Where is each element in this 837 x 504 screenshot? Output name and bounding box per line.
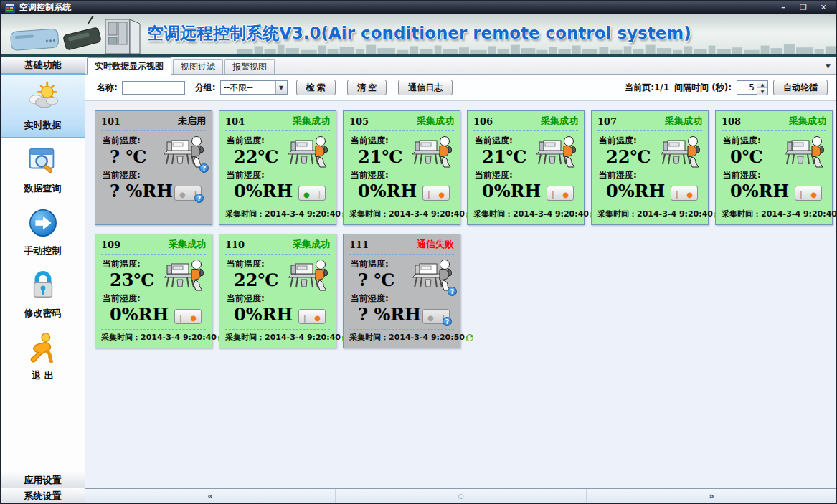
switch-state-left (179, 186, 186, 200)
sidebar-item-label: 手动控制 (24, 244, 62, 257)
ac-collector-icon: ? (163, 259, 206, 293)
power-switch-icon[interactable]: ? (298, 309, 326, 324)
switch-state-left (427, 310, 434, 323)
sidebar-item-app-settings[interactable]: 应用设置 (1, 472, 85, 488)
search-window-icon (27, 144, 60, 180)
sidebar-item-system-settings[interactable]: 系统设置 (1, 488, 85, 503)
card-footer: 采集时间： 2014-3-4 9:20:40 (225, 329, 330, 345)
pager-last-icon[interactable]: » (587, 489, 836, 503)
divider (722, 130, 826, 131)
collect-time-label: 采集时间： (597, 209, 637, 219)
toolbar: 名称: 分组: --不限-- ▼ 检 索 清 空 通信日志 当前页:1/1 间隔… (85, 75, 836, 101)
question-badge-icon: ? (194, 194, 204, 203)
device-id: 106 (473, 116, 493, 127)
ac-collector-icon: ? (411, 259, 454, 293)
ac-collector-icon: ? (535, 135, 578, 170)
pager-first-icon[interactable]: « (85, 489, 336, 503)
tab-overflow-arrow-icon[interactable]: ▼ (826, 62, 831, 70)
pager-middle-icon[interactable]: ○ (336, 489, 586, 503)
card-body: 当前温度: 23℃ 当前湿度: 0%RH (101, 256, 206, 329)
search-button[interactable]: 检 索 (296, 80, 336, 95)
power-switch-icon[interactable]: ? (422, 186, 450, 201)
question-badge-icon: ? (443, 317, 452, 326)
interval-label: 间隔时间 (秒): (674, 82, 732, 94)
main-area: 实时数据显示视图 视图过滤 报警视图 ▼ 名称: 分组: --不限-- ▼ 检 … (85, 57, 836, 503)
close-icon[interactable]: ✕ (815, 1, 832, 14)
device-card[interactable]: 107 采集成功 当前温度: 22℃ 当前湿度: 0%RH (591, 110, 709, 225)
device-card[interactable]: 104 采集成功 当前温度: 22℃ 当前湿度: 0%RH (219, 110, 336, 225)
interval-input[interactable] (737, 81, 757, 94)
sidebar-item-label: 实时数据 (24, 119, 62, 132)
device-card[interactable]: 105 采集成功 当前温度: 21℃ 当前湿度: 0%RH (343, 110, 460, 225)
device-card[interactable]: 108 采集成功 当前温度: 0℃ 当前湿度: 0%RH (715, 110, 833, 225)
hardware-devices-image (5, 16, 141, 57)
running-man-icon (27, 331, 60, 367)
interval-spinner[interactable]: ▲ ▼ (737, 80, 768, 95)
minimize-icon[interactable]: – (775, 1, 792, 14)
auto-cycle-button[interactable]: 自动轮循 (773, 80, 828, 95)
ac-collector-icon: ? (287, 135, 330, 170)
card-footer: 采集时间： 2014-3-4 9:20:40 (597, 206, 702, 222)
collect-time-value: 2014-3-4 9:20:40 (265, 333, 341, 342)
collect-time-value: 2014-3-4 9:20:40 (637, 209, 713, 219)
device-status: 采集成功 (541, 115, 578, 128)
tab-realtime-view[interactable]: 实时数据显示视图 (87, 57, 171, 75)
power-switch-icon[interactable]: ? (298, 186, 326, 201)
divider (349, 130, 454, 131)
card-footer: 采集时间： 2014-3-4 9:20:40 (473, 206, 578, 222)
sidebar-item-data-query[interactable]: 数据查询 (1, 138, 85, 200)
device-status: 采集成功 (293, 238, 330, 251)
tab-alarm-view[interactable]: 报警视图 (224, 59, 275, 74)
sidebar: 基础功能 实时数据 (1, 57, 85, 503)
divider (349, 254, 454, 255)
card-body: 当前温度: 21℃ 当前湿度: 0%RH (349, 133, 454, 206)
sidebar-header: 基础功能 (1, 57, 85, 74)
device-status: 采集成功 (169, 238, 206, 251)
switch-state-right (562, 186, 569, 200)
tab-view-filter[interactable]: 视图过滤 (173, 59, 223, 74)
power-switch-icon[interactable]: ? (547, 186, 574, 201)
sidebar-item-manual-control[interactable]: 手动控制 (1, 200, 85, 262)
collect-time-value: 2014-3-4 9:20:50 (389, 333, 465, 342)
spinner-up-icon[interactable]: ▲ (757, 81, 767, 88)
card-footer: 采集时间： 2014-3-4 9:20:50 (349, 329, 454, 345)
group-select[interactable]: --不限-- ▼ (220, 80, 288, 95)
group-label: 分组: (195, 82, 216, 94)
device-card[interactable]: 110 采集成功 当前温度: 22℃ 当前湿度: 0%RH (219, 234, 336, 348)
divider (597, 130, 702, 131)
power-switch-icon[interactable]: ? (795, 186, 822, 201)
clear-button[interactable]: 清 空 (347, 80, 387, 95)
window-title: 空调控制系统 (19, 1, 71, 14)
power-switch-icon[interactable]: ? (174, 186, 202, 201)
device-card[interactable]: 109 采集成功 当前温度: 23℃ 当前湿度: 0%RH (95, 234, 212, 348)
switch-state-left (303, 186, 310, 200)
refresh-icon[interactable] (465, 333, 475, 343)
power-switch-icon[interactable]: ? (671, 186, 698, 201)
device-status: 通信失败 (417, 238, 454, 251)
card-header: 107 采集成功 (597, 113, 702, 130)
switch-state-right (190, 310, 197, 323)
sidebar-item-change-password[interactable]: 修改密码 (1, 262, 85, 325)
sidebar-item-realtime-data[interactable]: 实时数据 (1, 74, 85, 138)
device-card[interactable]: 111 通信失败 当前温度: ? ℃ 当前湿度: ? %RH (343, 234, 460, 348)
padlock-icon (27, 269, 60, 305)
ac-collector-icon: ? (659, 135, 702, 170)
ac-collector-icon: ? (783, 135, 826, 170)
collect-time-label: 采集时间： (349, 332, 389, 343)
power-switch-icon[interactable]: ? (422, 309, 450, 324)
spinner-down-icon[interactable]: ▼ (757, 88, 767, 95)
comm-log-button[interactable]: 通信日志 (398, 80, 453, 95)
pager-bar: « ○ » (85, 488, 836, 503)
collect-time-label: 采集时间： (225, 209, 265, 219)
card-footer: 采集时间： 2014-3-4 9:20:40 (101, 329, 206, 345)
device-card[interactable]: 101 未启用 当前温度: ? ℃ 当前湿度: ? %RH (95, 110, 212, 225)
card-header: 104 采集成功 (225, 113, 330, 130)
device-card[interactable]: 106 采集成功 当前温度: 21℃ 当前湿度: 0%RH (467, 110, 585, 225)
dropdown-arrow-icon[interactable]: ▼ (275, 81, 287, 94)
card-footer: 采集时间： 2014-3-4 9:20:40 (722, 206, 826, 222)
name-input[interactable] (122, 81, 185, 95)
restore-icon[interactable]: ❐ (795, 1, 812, 14)
sidebar-spacer (1, 387, 85, 472)
sidebar-item-exit[interactable]: 退 出 (1, 325, 85, 387)
power-switch-icon[interactable]: ? (174, 309, 202, 324)
